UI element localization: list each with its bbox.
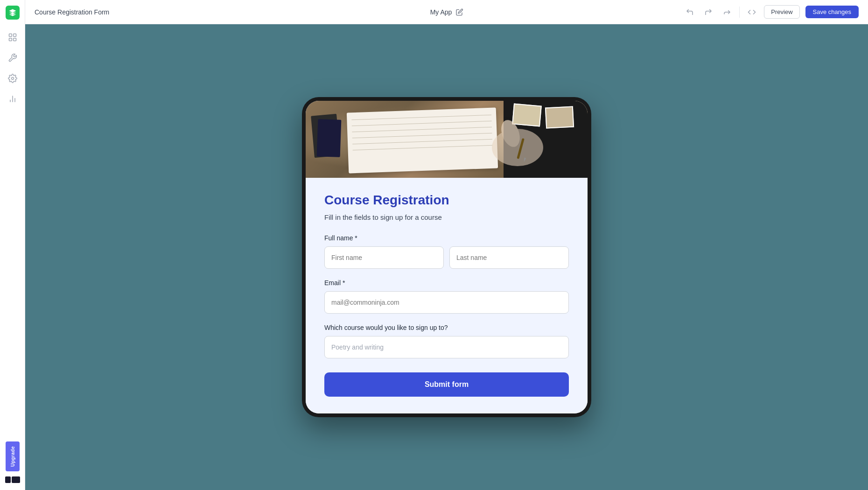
hand-writing-svg — [476, 110, 560, 171]
tools-icon — [8, 53, 17, 63]
form-body: Course Registration Fill in the fields t… — [306, 178, 588, 413]
form-title: Course Registration — [324, 193, 569, 208]
dashboard-icon — [8, 33, 17, 42]
edit-app-name-icon[interactable] — [455, 8, 463, 16]
save-button[interactable]: Save changes — [805, 6, 859, 18]
topbar-center: My App — [430, 8, 463, 16]
svg-point-4 — [11, 77, 14, 80]
logo-icon — [8, 8, 17, 17]
svg-rect-0 — [9, 34, 12, 37]
name-row — [324, 246, 569, 269]
email-label: Email * — [324, 279, 569, 287]
app-name-label: My App — [430, 8, 452, 16]
sidebar-item-tools[interactable] — [4, 49, 21, 66]
topbar: Course Registration Form My App — [25, 0, 868, 24]
svg-rect-1 — [13, 34, 16, 37]
redo-button[interactable] — [702, 6, 715, 19]
line-2 — [352, 121, 492, 126]
svg-rect-2 — [9, 38, 12, 41]
topbar-title: Course Registration Form — [35, 8, 109, 16]
form-subtitle: Fill in the fields to sign up for a cour… — [324, 213, 569, 221]
bottom-brand-icon — [5, 476, 20, 483]
course-label: Which course would you like to sign up t… — [324, 324, 569, 331]
email-group: Email * — [324, 279, 569, 314]
line-3 — [352, 127, 492, 132]
analytics-icon — [8, 94, 17, 104]
form-header-image — [306, 101, 588, 178]
preview-button[interactable]: Preview — [764, 5, 799, 19]
app-logo[interactable] — [6, 6, 20, 20]
device-inner: Course Registration Fill in the fields t… — [306, 101, 588, 413]
topbar-divider — [739, 7, 740, 18]
course-group: Which course would you like to sign up t… — [324, 324, 569, 358]
course-input[interactable] — [324, 336, 569, 358]
svg-rect-8 — [5, 476, 11, 483]
sidebar: Upgrade — [0, 0, 25, 490]
notebook-lines — [351, 115, 493, 156]
full-name-label: Full name * — [324, 234, 569, 242]
first-name-input[interactable] — [324, 246, 444, 269]
code-button[interactable] — [745, 6, 758, 19]
last-name-input[interactable] — [449, 246, 569, 269]
undo-button[interactable] — [683, 6, 696, 19]
sidebar-item-dashboard[interactable] — [4, 29, 21, 46]
sidebar-item-settings[interactable] — [4, 70, 21, 87]
svg-rect-3 — [13, 38, 16, 41]
sidebar-bottom: Upgrade — [4, 441, 21, 484]
topbar-actions: Preview Save changes — [683, 5, 859, 19]
line-4 — [352, 133, 492, 138]
device-frame: Course Registration Fill in the fields t… — [302, 97, 591, 417]
svg-rect-9 — [12, 476, 20, 483]
full-name-group: Full name * — [324, 234, 569, 269]
book-2 — [317, 119, 342, 157]
main-content: Course Registration Fill in the fields t… — [25, 24, 868, 490]
line-6 — [353, 145, 493, 150]
bottom-logo — [4, 475, 21, 484]
upgrade-button[interactable]: Upgrade — [6, 441, 20, 471]
line-1 — [351, 115, 491, 120]
email-input[interactable] — [324, 291, 569, 314]
settings-icon — [8, 74, 17, 83]
history-button[interactable] — [721, 6, 734, 19]
sidebar-item-analytics[interactable] — [4, 91, 21, 107]
submit-button[interactable]: Submit form — [324, 372, 569, 397]
books-decoration — [310, 105, 348, 161]
line-5 — [352, 139, 492, 144]
